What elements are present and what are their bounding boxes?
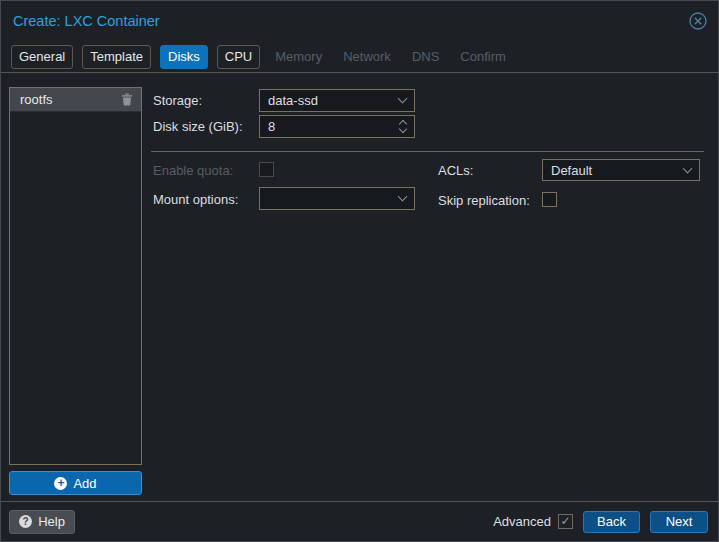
plus-circle-icon: + [54, 477, 67, 490]
disks-tab-content: rootfs + Add Storage: data-ssd Disk si [1, 72, 718, 502]
tab-template[interactable]: Template [82, 45, 151, 69]
skip-replication-checkbox[interactable] [542, 192, 557, 207]
chevron-down-icon[interactable] [398, 192, 408, 202]
storage-label: Storage: [153, 93, 202, 108]
mount-options-label: Mount options: [153, 192, 238, 207]
create-lxc-container-dialog: Create: LXC Container General Template D… [0, 0, 719, 542]
question-circle-icon: ? [19, 515, 32, 528]
acls-value: Default [551, 163, 684, 178]
help-button-label: Help [38, 514, 65, 529]
disk-size-value: 8 [268, 119, 400, 134]
mount-options-select[interactable] [259, 187, 415, 210]
chevron-down-icon[interactable] [683, 163, 693, 173]
help-button[interactable]: ? Help [9, 510, 75, 534]
add-mountpoint-button[interactable]: + Add [9, 471, 142, 495]
tab-network: Network [342, 45, 392, 69]
disk-size-label: Disk size (GiB): [153, 119, 243, 134]
tab-memory: Memory [274, 45, 323, 69]
trash-icon[interactable] [121, 93, 133, 106]
enable-quota-checkbox [259, 162, 274, 177]
tab-dns: DNS [411, 45, 440, 69]
skip-replication-label: Skip replication: [438, 193, 530, 208]
section-divider [151, 151, 704, 152]
storage-value: data-ssd [268, 93, 399, 108]
tab-general[interactable]: General [11, 45, 73, 69]
tab-confirm: Confirm [459, 45, 507, 69]
back-button[interactable]: Back [583, 511, 640, 533]
advanced-checkbox[interactable]: ✓ [558, 514, 573, 529]
acls-select[interactable]: Default [542, 159, 700, 181]
mountpoint-label: rootfs [20, 92, 53, 107]
chevron-down-icon[interactable] [398, 94, 408, 104]
next-button[interactable]: Next [650, 511, 708, 533]
disk-size-spinner[interactable]: 8 [259, 115, 415, 138]
close-icon[interactable] [688, 11, 708, 31]
mountpoint-list: rootfs [9, 87, 142, 465]
acls-label: ACLs: [438, 163, 473, 178]
tab-cpu[interactable]: CPU [217, 45, 260, 69]
advanced-label: Advanced [493, 514, 551, 529]
spinner-down-icon[interactable] [399, 125, 407, 133]
mountpoint-row-rootfs[interactable]: rootfs [10, 88, 141, 112]
dialog-titlebar: Create: LXC Container [1, 1, 718, 41]
dialog-footer: ? Help Advanced ✓ Back Next [1, 502, 718, 541]
storage-select[interactable]: data-ssd [259, 89, 415, 112]
add-button-label: Add [73, 476, 96, 491]
enable-quota-label: Enable quota: [153, 163, 233, 178]
wizard-tabbar: General Template Disks CPU Memory Networ… [1, 41, 718, 72]
dialog-title: Create: LXC Container [13, 13, 160, 29]
tab-disks[interactable]: Disks [160, 45, 208, 69]
